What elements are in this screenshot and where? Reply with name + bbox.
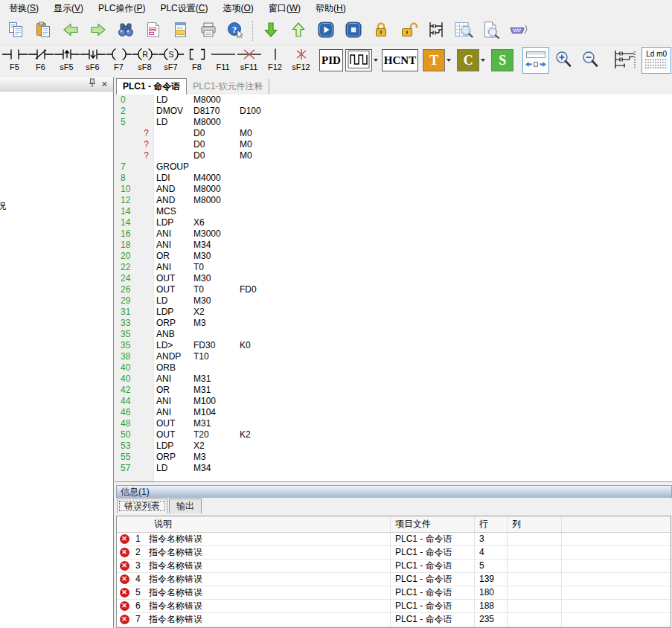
close-icon[interactable]: ✕ xyxy=(101,80,108,89)
header-project-file[interactable]: 项目文件 xyxy=(391,516,475,532)
code-line[interactable]: 33 ORP M3 xyxy=(115,318,672,329)
back-button[interactable] xyxy=(57,19,84,43)
coil-button[interactable]: F7 xyxy=(106,45,132,75)
help-button[interactable]: ? xyxy=(222,19,249,43)
code-line[interactable]: 46 ANI M104 xyxy=(115,407,672,418)
code-line[interactable]: 22 ANI T0 xyxy=(115,262,672,273)
code-line[interactable]: 50 OUT T20 K2 xyxy=(115,429,672,440)
code-line[interactable]: 26 OUT T0 FD0 xyxy=(115,284,672,295)
counter-dropdown[interactable] xyxy=(479,49,487,71)
error-row[interactable]: ✕ 2 指令名称错误 PLC1 - 命令语 4 xyxy=(117,546,671,560)
code-line[interactable]: 14 MCS xyxy=(115,206,672,217)
menu-window[interactable]: 窗口(W) xyxy=(261,1,308,16)
delete-horizontal-line-button[interactable]: sF11 xyxy=(236,45,262,75)
header-row[interactable]: 行 xyxy=(475,516,508,532)
code-line[interactable]: ? D0 M0 xyxy=(115,150,672,161)
error-row[interactable]: ✕ 7 指令名称错误 PLC1 - 命令语 235 xyxy=(117,613,671,627)
header-description[interactable]: 说明 xyxy=(146,516,391,532)
code-line[interactable]: 5 LD M8000 xyxy=(115,117,672,128)
code-line[interactable]: 24 OUT M30 xyxy=(115,273,672,284)
falling-contact-button[interactable]: sF6 xyxy=(80,45,106,75)
zoom-out-button[interactable] xyxy=(577,47,603,74)
function-block-button[interactable]: F8 xyxy=(184,45,210,75)
print-button[interactable] xyxy=(194,19,222,43)
upload-from-plc-button[interactable] xyxy=(284,19,312,43)
copy-button[interactable] xyxy=(1,19,29,43)
pulse-instruction-button[interactable] xyxy=(345,49,372,71)
download-to-plc-button[interactable] xyxy=(257,19,284,43)
forward-button[interactable] xyxy=(84,19,112,43)
error-row[interactable]: ✕ 1 指令名称错误 PLC1 - 命令语 3 xyxy=(117,533,671,546)
code-line[interactable]: ? D0 M0 xyxy=(115,128,672,139)
code-line[interactable]: 0 LD M8000 xyxy=(115,94,672,106)
run-plc-button[interactable] xyxy=(312,19,339,43)
error-row[interactable]: ✕ 6 指令名称错误 PLC1 - 命令语 188 xyxy=(117,600,671,613)
code-line[interactable]: 7 GROUP xyxy=(115,161,672,173)
menu-plc-operation[interactable]: PLC操作(P) xyxy=(91,1,153,16)
menu-plc-settings[interactable]: PLC设置(C) xyxy=(153,1,215,16)
instruction-list-editor[interactable]: 0 LD M8000 2 DMOV D8170 D100 5 LD M8000 … xyxy=(115,94,672,482)
code-line[interactable]: 48 OUT M31 xyxy=(115,418,672,429)
code-line[interactable]: 44 ANI M100 xyxy=(115,396,672,407)
code-line[interactable]: 12 AND M8000 xyxy=(115,195,672,206)
code-line[interactable]: 40 ANI M31 xyxy=(115,374,672,385)
paste-button[interactable] xyxy=(29,19,57,43)
code-line[interactable]: 57 LD M34 xyxy=(115,463,672,474)
reset-coil-button[interactable]: R sF8 xyxy=(132,45,158,75)
code-line[interactable]: 8 LDI M4000 xyxy=(115,173,672,184)
lock-button[interactable] xyxy=(367,19,394,43)
header-column[interactable]: 列 xyxy=(508,516,562,532)
code-line[interactable]: 29 LD M30 xyxy=(115,295,672,307)
pulse-dropdown[interactable] xyxy=(372,49,380,71)
hcnt-button[interactable]: HCNT xyxy=(382,49,418,71)
ladder-monitor-button[interactable] xyxy=(422,19,449,43)
code-line[interactable]: ? D0 M0 xyxy=(115,139,672,150)
unlock-button[interactable] xyxy=(394,19,422,43)
code-line[interactable]: 10 AND M8000 xyxy=(115,184,672,195)
timer-button[interactable]: T xyxy=(423,49,445,71)
vertical-line-button[interactable]: F12 xyxy=(262,45,288,75)
menu-view[interactable]: 显示(V) xyxy=(46,1,91,16)
pid-button[interactable]: PID xyxy=(319,49,343,71)
code-line[interactable]: 2 DMOV D8170 D100 xyxy=(115,106,672,117)
code-line[interactable]: 16 ANI M3000 xyxy=(115,228,672,240)
document-tab[interactable]: PLC1-软元件注释 xyxy=(187,79,269,94)
com-port-button[interactable] xyxy=(505,19,532,43)
width-adjust-button[interactable] xyxy=(522,47,549,74)
menu-options[interactable]: 选项(O) xyxy=(215,1,260,16)
code-line[interactable]: 31 LDP X2 xyxy=(115,307,672,318)
document-search-button[interactable] xyxy=(477,19,505,43)
code-line[interactable]: 55 ORP M3 xyxy=(115,452,672,463)
info-tab[interactable]: 输出 xyxy=(169,499,202,513)
find-button[interactable] xyxy=(112,19,139,43)
code-line[interactable]: 35 LD> FD30 K0 xyxy=(115,340,672,351)
delete-vertical-line-button[interactable]: sF12 xyxy=(288,45,314,75)
code-line[interactable]: 35 ANB xyxy=(115,329,672,340)
code-line[interactable]: 14 LDP X6 xyxy=(115,217,672,228)
code-line[interactable]: 42 OR M31 xyxy=(115,385,672,396)
zoom-in-button[interactable] xyxy=(551,47,576,74)
sidebar-clipped-item[interactable]: 况 xyxy=(0,200,6,213)
stop-plc-button[interactable] xyxy=(339,19,367,43)
menu-help[interactable]: 帮助(H) xyxy=(308,1,353,16)
code-line[interactable]: 53 LDP X2 xyxy=(115,440,672,452)
set-coil-button[interactable]: S sF7 xyxy=(158,45,184,75)
pin-icon[interactable] xyxy=(89,78,96,90)
menu-replace[interactable]: 替换(S) xyxy=(1,1,46,16)
error-row[interactable]: ✕ 3 指令名称错误 PLC1 - 命令语 5 xyxy=(117,560,671,573)
error-row[interactable]: ✕ 4 指令名称错误 PLC1 - 命令语 139 xyxy=(117,573,671,586)
code-line[interactable]: 40 ORB xyxy=(115,362,672,374)
open-contact-button[interactable]: F5 xyxy=(1,45,28,75)
il-view-button[interactable]: Ld m0 xyxy=(641,47,671,74)
timer-dropdown[interactable] xyxy=(445,49,452,71)
error-row[interactable]: ✕ 5 指令名称错误 PLC1 - 命令语 180 xyxy=(117,586,671,600)
counter-button[interactable]: C xyxy=(457,49,479,71)
info-tab[interactable]: 错误列表 xyxy=(117,499,167,513)
output-window-button[interactable] xyxy=(167,19,194,43)
state-button[interactable]: S xyxy=(491,49,513,71)
rising-contact-button[interactable]: sF5 xyxy=(54,45,80,75)
horizontal-line-button[interactable]: F11 xyxy=(210,45,236,75)
closed-contact-button[interactable]: F6 xyxy=(28,45,54,75)
data-monitor-button[interactable] xyxy=(449,19,477,43)
code-line[interactable]: 20 OR M30 xyxy=(115,251,672,262)
